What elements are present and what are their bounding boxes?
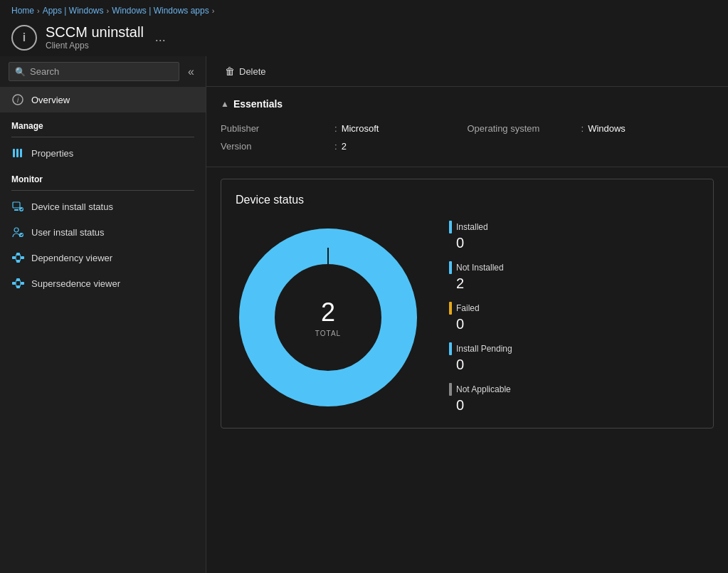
breadcrumb-sep-3: › — [212, 6, 215, 15]
monitor-section-header: Monitor — [0, 166, 206, 187]
more-options-button[interactable]: ... — [155, 30, 166, 45]
version-label: Version — [221, 141, 334, 152]
sidebar-item-properties[interactable]: Properties — [0, 140, 206, 166]
svg-rect-13 — [21, 256, 24, 259]
chart-container: 2 TOTAL Installed 0 — [236, 221, 699, 414]
legend: Installed 0 Not Installed 2 — [449, 221, 512, 414]
svg-text:i: i — [17, 96, 19, 104]
donut-label: TOTAL — [315, 329, 341, 337]
svg-line-17 — [20, 258, 21, 261]
legend-install-pending-label-row: Install Pending — [449, 342, 512, 355]
failed-value: 0 — [456, 316, 512, 332]
sidebar-item-device-install[interactable]: Device install status — [0, 194, 206, 219]
os-colon: : — [581, 123, 584, 134]
search-input[interactable] — [30, 66, 173, 77]
collapse-sidebar-button[interactable]: « — [185, 63, 197, 81]
supersedence-label: Supersedence viewer — [31, 278, 120, 289]
properties-label: Properties — [31, 148, 73, 159]
svg-rect-3 — [16, 149, 19, 157]
svg-rect-18 — [12, 282, 16, 285]
page-title: SCCM uninstall — [46, 24, 144, 41]
breadcrumb-sep-2: › — [107, 6, 110, 15]
svg-rect-10 — [12, 256, 16, 259]
essentials-collapse-icon[interactable]: ▲ — [221, 99, 229, 109]
svg-line-14 — [16, 254, 16, 258]
not-installed-bar — [449, 261, 452, 274]
svg-point-8 — [14, 228, 19, 232]
manage-section-header: Manage — [0, 112, 206, 134]
content-area: 🗑 Delete ▲ Essentials Publisher : Micros… — [206, 56, 728, 573]
user-install-label: User install status — [31, 227, 105, 238]
user-install-icon — [11, 226, 24, 238]
version-colon: : — [334, 141, 337, 152]
dependency-label: Dependency viewer — [31, 253, 112, 263]
app-icon: i — [11, 25, 37, 51]
donut-total: 2 — [315, 297, 341, 327]
svg-rect-11 — [16, 253, 20, 256]
svg-point-7 — [19, 207, 23, 211]
installed-text: Installed — [456, 222, 488, 232]
search-icon: 🔍 — [15, 67, 26, 77]
overview-icon: i — [11, 93, 24, 106]
delete-label: Delete — [239, 66, 266, 77]
svg-rect-2 — [13, 149, 15, 157]
sidebar-item-supersedence[interactable]: Supersedence viewer — [0, 270, 206, 296]
sidebar-item-overview[interactable]: i Overview — [0, 87, 206, 112]
dependency-icon — [11, 251, 24, 264]
not-applicable-bar — [449, 383, 452, 396]
svg-rect-4 — [20, 149, 22, 157]
installed-value: 0 — [456, 235, 512, 251]
search-box: 🔍 — [9, 62, 179, 81]
install-pending-value: 0 — [456, 357, 512, 373]
supersedence-icon — [11, 277, 24, 290]
breadcrumb-home[interactable]: Home — [11, 6, 34, 16]
title-area: i SCCM uninstall Client Apps ... — [0, 21, 728, 56]
svg-rect-19 — [16, 278, 20, 281]
not-applicable-text: Not Applicable — [456, 384, 511, 394]
legend-not-applicable-label-row: Not Applicable — [449, 383, 512, 396]
legend-not-installed: Not Installed 2 — [449, 261, 512, 292]
breadcrumb-windows-apps[interactable]: Windows | Windows apps — [112, 6, 209, 16]
page-subtitle: Client Apps — [46, 41, 144, 51]
svg-line-16 — [20, 254, 21, 258]
legend-failed: Failed 0 — [449, 302, 512, 332]
svg-point-9 — [19, 233, 23, 237]
install-pending-text: Install Pending — [456, 344, 512, 354]
os-value: Windows — [588, 123, 626, 134]
os-row: Operating system : Windows — [468, 120, 714, 137]
svg-line-23 — [16, 283, 16, 287]
svg-rect-5 — [13, 202, 20, 208]
failed-bar — [449, 302, 452, 315]
legend-install-pending: Install Pending 0 — [449, 342, 512, 373]
svg-line-24 — [20, 280, 21, 283]
publisher-row: Publisher : Microsoft — [221, 120, 468, 137]
properties-icon — [11, 147, 24, 159]
publisher-value: Microsoft — [342, 123, 379, 134]
legend-not-installed-label-row: Not Installed — [449, 261, 512, 274]
sidebar-item-user-install[interactable]: User install status — [0, 219, 206, 245]
failed-text: Failed — [456, 303, 480, 313]
device-status-card: Device status 2 — [221, 179, 714, 429]
legend-failed-label-row: Failed — [449, 302, 512, 315]
donut-center: 2 TOTAL — [315, 297, 341, 337]
svg-line-25 — [20, 283, 21, 287]
svg-rect-12 — [16, 260, 20, 263]
installed-bar — [449, 221, 452, 233]
not-installed-value: 2 — [456, 275, 512, 292]
donut-chart: 2 TOTAL — [236, 225, 421, 410]
breadcrumb-apps-windows[interactable]: Apps | Windows — [43, 6, 104, 16]
version-row: Version : 2 — [221, 137, 468, 155]
delete-button[interactable]: 🗑 Delete — [218, 62, 273, 80]
sidebar-item-dependency[interactable]: Dependency viewer — [0, 245, 206, 270]
svg-rect-20 — [16, 285, 20, 288]
essentials-title: Essentials — [233, 98, 283, 110]
essentials-header: ▲ Essentials — [221, 98, 714, 110]
device-status-title: Device status — [236, 194, 699, 206]
essentials-section: ▲ Essentials Publisher : Microsoft Opera… — [206, 87, 728, 167]
os-label: Operating system — [468, 123, 581, 134]
publisher-colon: : — [334, 123, 337, 134]
trash-icon: 🗑 — [225, 65, 235, 77]
breadcrumb: Home › Apps | Windows › Windows | Window… — [0, 0, 728, 21]
manage-divider — [11, 137, 194, 137]
version-value: 2 — [342, 141, 347, 152]
